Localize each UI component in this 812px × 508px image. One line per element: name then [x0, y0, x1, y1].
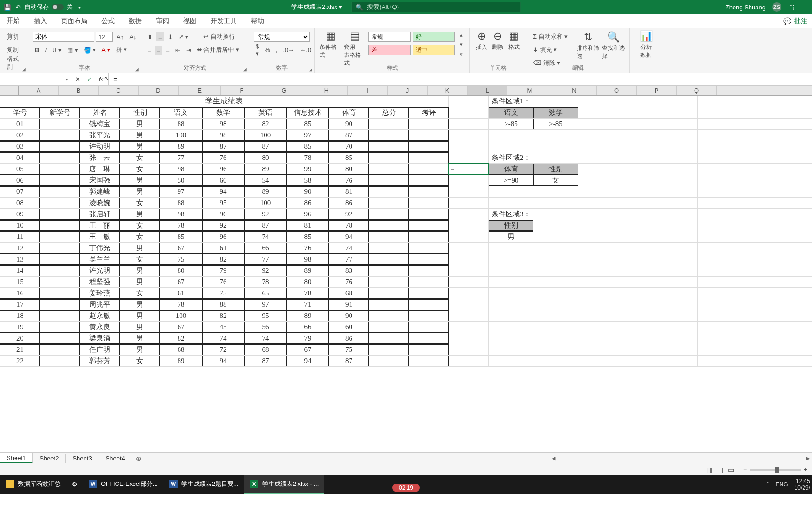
cell[interactable]: 94: [287, 356, 329, 366]
format-painter-button[interactable]: 格式刷: [5, 54, 23, 72]
cell[interactable]: 男: [120, 322, 160, 333]
cell[interactable]: [40, 175, 80, 186]
style-bad[interactable]: 差: [368, 45, 411, 55]
cell[interactable]: 66: [244, 243, 287, 254]
format-cells-button[interactable]: ▦格式: [507, 30, 521, 51]
cell[interactable]: 54: [244, 175, 287, 186]
undo-icon[interactable]: ↶: [14, 3, 22, 11]
save-icon[interactable]: 💾: [4, 3, 11, 11]
cell[interactable]: 总分: [369, 107, 409, 118]
cell[interactable]: [449, 96, 489, 107]
cell[interactable]: 88: [160, 119, 202, 129]
cell[interactable]: 数学: [533, 107, 578, 118]
cell[interactable]: [409, 356, 449, 366]
cell[interactable]: 50: [160, 175, 202, 186]
cell[interactable]: 性别: [533, 164, 578, 175]
cell[interactable]: >-85: [489, 119, 533, 129]
style-scroll-down-icon[interactable]: ▾: [458, 40, 465, 49]
cell[interactable]: 性别: [120, 107, 160, 118]
cell[interactable]: [40, 186, 80, 197]
tab-view[interactable]: 视图: [181, 15, 198, 27]
zoom-out-icon[interactable]: −: [743, 467, 747, 473]
col-header-A[interactable]: A: [19, 86, 59, 95]
cell[interactable]: [449, 186, 489, 197]
cell[interactable]: [369, 164, 409, 175]
cell[interactable]: [449, 141, 489, 152]
cell[interactable]: [449, 220, 489, 231]
bold-button[interactable]: B: [33, 46, 41, 55]
cell[interactable]: 92: [329, 209, 369, 220]
cell[interactable]: 89: [244, 186, 287, 197]
cell[interactable]: 01: [0, 119, 40, 129]
cell[interactable]: 姜玲燕: [80, 288, 120, 299]
cell[interactable]: [369, 344, 409, 355]
cell[interactable]: 99: [287, 164, 329, 175]
cell[interactable]: >=90: [489, 175, 533, 186]
cell[interactable]: [409, 310, 449, 321]
cell[interactable]: [409, 198, 449, 208]
cell[interactable]: 76: [202, 152, 244, 163]
merge-button[interactable]: ⬌ 合并后居中 ▾: [195, 45, 241, 55]
cell[interactable]: 70: [329, 141, 369, 152]
cell[interactable]: [489, 322, 698, 333]
cell[interactable]: [449, 130, 489, 141]
cell[interactable]: [578, 209, 698, 220]
clock[interactable]: 12:45 10/29/: [795, 478, 810, 491]
cell[interactable]: 87: [329, 356, 369, 366]
enter-formula-button[interactable]: ✓: [87, 76, 92, 83]
cell[interactable]: [369, 254, 409, 265]
cell[interactable]: [40, 299, 80, 310]
cell[interactable]: 85: [329, 152, 369, 163]
cell[interactable]: [489, 243, 698, 254]
cell[interactable]: 97: [160, 186, 202, 197]
cell[interactable]: [449, 344, 489, 355]
dialog-launcher-icon[interactable]: ◢: [309, 67, 312, 72]
cell[interactable]: 79: [287, 333, 329, 344]
decrease-indent-icon[interactable]: ⇤: [173, 46, 182, 55]
col-header-N[interactable]: N: [552, 86, 597, 95]
cell[interactable]: 男: [120, 209, 160, 220]
cell[interactable]: [449, 254, 489, 265]
scroll-right-icon[interactable]: ▶: [804, 455, 812, 461]
cell[interactable]: 86: [287, 198, 329, 208]
cell[interactable]: 89: [160, 356, 202, 366]
cell[interactable]: 100: [244, 130, 287, 141]
cell[interactable]: 体育: [329, 107, 369, 118]
col-header-O[interactable]: O: [597, 86, 637, 95]
cell[interactable]: 14: [0, 265, 40, 276]
cell[interactable]: 82: [202, 254, 244, 265]
cell[interactable]: 周兆平: [80, 299, 120, 310]
align-left-icon[interactable]: ≡: [146, 46, 153, 55]
search-input[interactable]: 🔍 搜索(Alt+Q): [351, 2, 521, 12]
cell[interactable]: [40, 141, 80, 152]
cell[interactable]: [369, 141, 409, 152]
cell[interactable]: 61: [160, 288, 202, 299]
view-page-break-icon[interactable]: ▭: [728, 466, 734, 474]
cell[interactable]: 12: [0, 243, 40, 254]
cell[interactable]: [409, 344, 449, 355]
cell[interactable]: [578, 107, 698, 118]
cell[interactable]: [40, 152, 80, 163]
col-header-I[interactable]: I: [348, 86, 388, 95]
cell[interactable]: 男: [120, 277, 160, 287]
cell[interactable]: 女: [120, 288, 160, 299]
cell[interactable]: [369, 356, 409, 366]
cell[interactable]: 女: [120, 356, 160, 366]
cell[interactable]: 86: [329, 333, 369, 344]
cell[interactable]: [409, 119, 449, 129]
cell[interactable]: [409, 141, 449, 152]
cell[interactable]: [449, 288, 489, 299]
cell[interactable]: 赵永敏: [80, 310, 120, 321]
cell[interactable]: 87: [244, 220, 287, 231]
cell[interactable]: 钱梅宝: [80, 119, 120, 129]
comments-button[interactable]: 💬 批注: [783, 17, 812, 25]
cell[interactable]: [409, 288, 449, 299]
cell[interactable]: [489, 198, 698, 208]
active-cell[interactable]: =: [449, 164, 489, 175]
cell[interactable]: 85: [287, 231, 329, 242]
cancel-formula-button[interactable]: ✕: [75, 76, 80, 83]
cell[interactable]: [409, 243, 449, 254]
fill-color-button[interactable]: 🪣 ▾: [82, 46, 98, 55]
cell[interactable]: [369, 119, 409, 129]
cell[interactable]: 78: [329, 220, 369, 231]
